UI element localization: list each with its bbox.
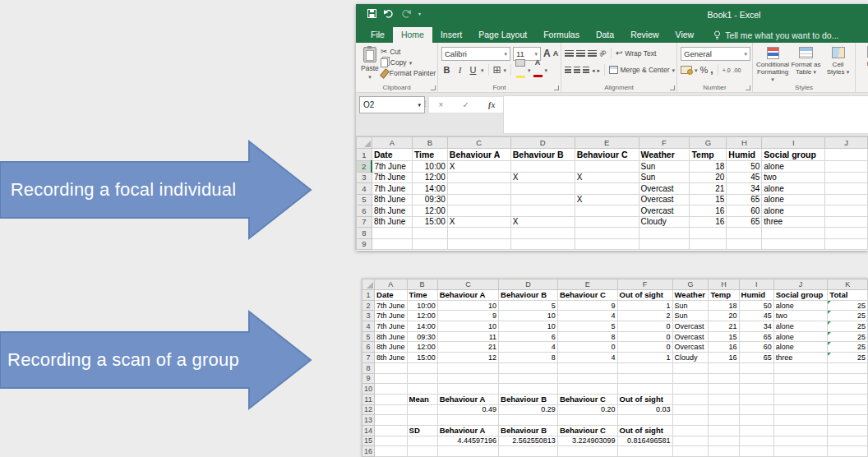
cell-A7[interactable]: 8th June bbox=[372, 216, 412, 228]
cell-K9[interactable] bbox=[828, 373, 868, 384]
cell-C14[interactable]: Behaviour A bbox=[437, 425, 498, 436]
align-left-icon[interactable] bbox=[565, 67, 571, 73]
row-header-2[interactable]: 2 bbox=[362, 300, 375, 311]
cell-E4[interactable]: 5 bbox=[557, 321, 617, 332]
conditional-formatting-button[interactable]: Conditional Formatting ▾ bbox=[756, 46, 789, 81]
cell-B8[interactable] bbox=[412, 228, 447, 239]
cell-A16[interactable] bbox=[375, 446, 408, 457]
cell-I5[interactable]: 65 bbox=[739, 331, 773, 342]
cell-F5[interactable]: 0 bbox=[617, 331, 672, 342]
cell-I9[interactable] bbox=[762, 238, 825, 250]
increase-indent-icon[interactable]: ▸ bbox=[598, 67, 601, 73]
column-header-E[interactable]: E bbox=[557, 279, 617, 290]
cell-J1[interactable] bbox=[825, 149, 868, 161]
copy-button[interactable]: Copy ▾ bbox=[381, 58, 436, 67]
row-header-4[interactable]: 4 bbox=[357, 183, 372, 195]
cell-E8[interactable] bbox=[575, 228, 639, 239]
row-header-7[interactable]: 7 bbox=[357, 216, 372, 228]
row-header-14[interactable]: 14 bbox=[362, 425, 375, 436]
align-right-icon[interactable] bbox=[583, 67, 589, 73]
cell-G1[interactable]: Temp bbox=[690, 149, 727, 161]
cell-H9[interactable] bbox=[727, 238, 762, 250]
cell-F6[interactable]: Overcast bbox=[639, 205, 690, 217]
cell-I8[interactable] bbox=[739, 362, 773, 373]
cell-K2[interactable]: 25 bbox=[828, 300, 868, 311]
row-header-7[interactable]: 7 bbox=[362, 353, 375, 363]
cell-J2[interactable]: alone bbox=[773, 300, 828, 311]
cell-D8[interactable] bbox=[510, 228, 575, 239]
tab-insert[interactable]: Insert bbox=[432, 27, 470, 43]
cell-J12[interactable] bbox=[773, 404, 828, 415]
cell-J8[interactable] bbox=[825, 228, 868, 239]
column-header-F[interactable]: F bbox=[617, 279, 672, 290]
cell-F15[interactable]: 0.816496581 bbox=[617, 436, 672, 446]
underline-button[interactable]: U bbox=[468, 65, 478, 75]
cell-A7[interactable]: 8th June bbox=[375, 353, 408, 363]
orientation-icon[interactable]: ab bbox=[598, 48, 608, 58]
tab-formulas[interactable]: Formulas bbox=[535, 27, 588, 43]
cell-E6[interactable]: 0 bbox=[557, 342, 617, 353]
cell-C10[interactable] bbox=[437, 384, 498, 395]
cell-G14[interactable] bbox=[672, 425, 709, 436]
cell-C8[interactable] bbox=[437, 362, 498, 373]
align-middle-icon[interactable] bbox=[576, 50, 585, 57]
column-header-I[interactable]: I bbox=[739, 279, 773, 290]
cell-H13[interactable] bbox=[709, 415, 739, 426]
cell-I8[interactable] bbox=[762, 228, 825, 239]
cell-G8[interactable] bbox=[672, 362, 709, 373]
cell-H8[interactable] bbox=[727, 228, 762, 239]
cell-G6[interactable]: 16 bbox=[690, 205, 727, 217]
cell-G11[interactable] bbox=[672, 394, 709, 404]
cell-E10[interactable] bbox=[557, 384, 617, 395]
cell-B11[interactable]: Mean bbox=[407, 394, 437, 404]
cell-F2[interactable]: Sun bbox=[639, 161, 690, 173]
cell-A1[interactable]: Date bbox=[375, 290, 408, 301]
number-dialog-launcher-icon[interactable] bbox=[746, 85, 750, 90]
fill-color-button[interactable] bbox=[515, 59, 525, 81]
cell-G4[interactable]: Overcast bbox=[672, 321, 709, 332]
row-header-6[interactable]: 6 bbox=[357, 205, 372, 217]
cell-E2[interactable]: 9 bbox=[557, 300, 617, 311]
wrap-text-button[interactable]: Wrap Text bbox=[625, 49, 656, 58]
cell-D1[interactable]: Behaviour B bbox=[510, 149, 575, 161]
column-header-C[interactable]: C bbox=[437, 279, 498, 290]
font-name-combo[interactable]: Calibri ▾ bbox=[441, 47, 510, 61]
tab-data[interactable]: Data bbox=[588, 27, 622, 43]
cell-E9[interactable] bbox=[557, 373, 617, 384]
cell-C11[interactable]: Behaviour A bbox=[437, 394, 498, 404]
cell-D5[interactable]: 6 bbox=[499, 331, 558, 342]
format-as-table-button[interactable]: Format as Table ▾ bbox=[791, 46, 821, 81]
cell-C13[interactable] bbox=[437, 415, 498, 426]
cell-B12[interactable] bbox=[407, 404, 437, 415]
cell-J3[interactable] bbox=[825, 172, 868, 183]
cell-C7[interactable]: 12 bbox=[437, 353, 498, 363]
cell-D8[interactable] bbox=[499, 362, 558, 373]
cell-E7[interactable] bbox=[575, 216, 639, 228]
cell-H6[interactable]: 16 bbox=[709, 342, 739, 353]
column-header-J[interactable]: J bbox=[773, 279, 828, 290]
clipboard-dialog-launcher-icon[interactable] bbox=[431, 85, 436, 90]
cell-D6[interactable] bbox=[510, 205, 575, 217]
cell-H2[interactable]: 18 bbox=[709, 300, 739, 311]
cell-H10[interactable] bbox=[709, 384, 739, 395]
cell-K12[interactable] bbox=[828, 404, 868, 415]
cell-F9[interactable] bbox=[639, 238, 690, 250]
cell-I1[interactable]: Humid bbox=[739, 290, 773, 301]
row-header-10[interactable]: 10 bbox=[362, 384, 375, 395]
cell-F12[interactable]: 0.03 bbox=[617, 404, 672, 415]
cell-F4[interactable]: 0 bbox=[617, 321, 672, 332]
cell-C3[interactable]: 9 bbox=[437, 311, 498, 321]
cell-A9[interactable] bbox=[375, 373, 408, 384]
cell-J4[interactable] bbox=[825, 183, 868, 195]
cell-H4[interactable]: 21 bbox=[709, 321, 739, 332]
cell-G2[interactable]: 18 bbox=[690, 161, 727, 173]
column-header-F[interactable]: F bbox=[639, 137, 690, 149]
tab-view[interactable]: View bbox=[667, 27, 703, 43]
cell-H14[interactable] bbox=[709, 425, 739, 436]
cell-H6[interactable]: 60 bbox=[727, 205, 762, 217]
row-header-11[interactable]: 11 bbox=[362, 394, 375, 404]
cell-I15[interactable] bbox=[739, 436, 773, 446]
cell-G12[interactable] bbox=[672, 404, 709, 415]
column-header-K[interactable]: K bbox=[828, 279, 868, 290]
cell-I3[interactable]: 45 bbox=[739, 311, 773, 321]
